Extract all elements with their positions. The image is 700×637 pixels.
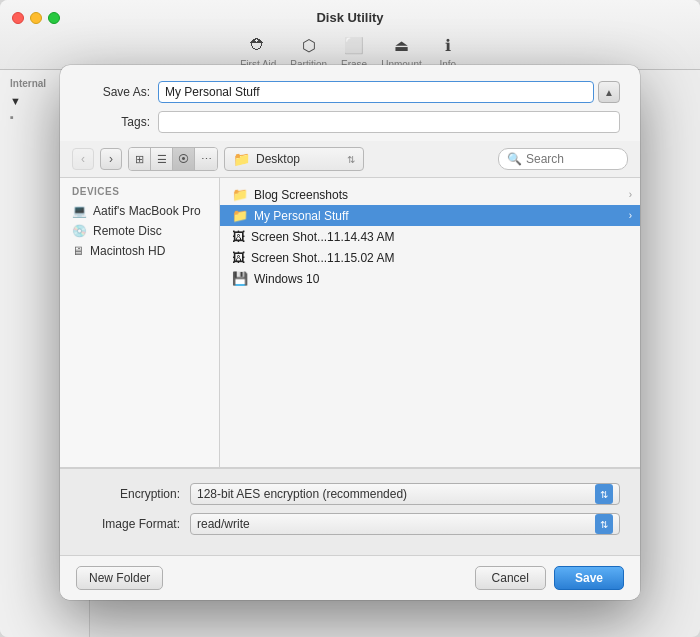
file-item-windows[interactable]: 💾 Windows 10 <box>220 268 640 289</box>
save-as-row: Save As: ▲ <box>80 81 620 103</box>
sidebar-item-macintosh[interactable]: 🖥 Macintosh HD <box>60 241 219 261</box>
view-buttons: ⊞ ☰ ⦿ ⋯ <box>128 147 218 171</box>
image-icon: 🖼 <box>232 250 245 265</box>
places-sidebar: Devices 💻 Aatif's MacBook Pro 💿 Remote D… <box>60 178 220 467</box>
icon-view-button[interactable]: ⊞ <box>129 148 151 170</box>
tags-input-container <box>158 111 620 133</box>
encryption-row: Encryption: 128-bit AES encryption (reco… <box>80 483 620 505</box>
save-as-input-container: ▲ <box>158 81 620 103</box>
window-title: Disk Utility <box>316 10 383 25</box>
location-selector[interactable]: 📁 Desktop ⇅ <box>224 147 364 171</box>
tags-label: Tags: <box>80 115 150 129</box>
forward-button[interactable]: › <box>100 148 122 170</box>
dialog-options: Encryption: 128-bit AES encryption (reco… <box>60 468 640 555</box>
encryption-dropdown-icon: ⇅ <box>595 484 613 504</box>
partition-icon: ⬡ <box>297 33 321 57</box>
navigation-bar: ‹ › ⊞ ☰ ⦿ ⋯ 📁 Desktop ⇅ 🔍 <box>60 141 640 178</box>
file-browser: Devices 💻 Aatif's MacBook Pro 💿 Remote D… <box>60 178 640 468</box>
encryption-select[interactable]: 128-bit AES encryption (recommended) ⇅ <box>190 483 620 505</box>
file-item-personal[interactable]: 📁 My Personal Stuff › <box>220 205 640 226</box>
location-name: Desktop <box>256 152 341 166</box>
save-button[interactable]: Save <box>554 566 624 590</box>
unmount-icon: ⏏ <box>389 33 413 57</box>
file-item-blog[interactable]: 📁 Blog Screenshots › <box>220 184 640 205</box>
location-chevron-icon: ⇅ <box>347 154 355 165</box>
disk-icon: 💾 <box>232 271 248 286</box>
new-folder-button[interactable]: New Folder <box>76 566 163 590</box>
expand-button[interactable]: ▲ <box>598 81 620 103</box>
tags-row: Tags: <box>80 111 620 133</box>
files-pane: 📁 Blog Screenshots › 📁 My Personal Stuff… <box>220 178 640 467</box>
back-button[interactable]: ‹ <box>72 148 94 170</box>
dialog-body: Save As: ▲ Tags: <box>60 65 640 133</box>
save-dialog: Save As: ▲ Tags: ‹ › ⊞ ☰ ⦿ ⋯ 📁 Desktop ⇅ <box>60 65 640 600</box>
close-button[interactable] <box>12 12 24 24</box>
file-item-shot1[interactable]: 🖼 Screen Shot...11.14.43 AM <box>220 226 640 247</box>
tags-input[interactable] <box>158 111 620 133</box>
minimize-button[interactable] <box>30 12 42 24</box>
first-aid-icon: ⛑ <box>246 33 270 57</box>
search-icon: 🔍 <box>507 152 522 166</box>
search-box[interactable]: 🔍 <box>498 148 628 170</box>
macintosh-hd-icon: 🖥 <box>72 244 84 258</box>
image-format-select[interactable]: read/write ⇅ <box>190 513 620 535</box>
remote-disc-icon: 💿 <box>72 224 87 238</box>
traffic-lights <box>12 12 60 24</box>
image-icon: 🖼 <box>232 229 245 244</box>
image-format-label: Image Format: <box>80 517 180 531</box>
chevron-right-icon: › <box>629 210 632 221</box>
save-as-input[interactable] <box>158 81 594 103</box>
encryption-label: Encryption: <box>80 487 180 501</box>
macbook-icon: 💻 <box>72 204 87 218</box>
erase-icon: ⬜ <box>342 33 366 57</box>
encryption-value: 128-bit AES encryption (recommended) <box>197 487 591 501</box>
sidebar-item-macbook[interactable]: 💻 Aatif's MacBook Pro <box>60 201 219 221</box>
sidebar-item-remote[interactable]: 💿 Remote Disc <box>60 221 219 241</box>
save-as-label: Save As: <box>80 85 150 99</box>
chevron-right-icon: › <box>629 189 632 200</box>
cancel-button[interactable]: Cancel <box>475 566 546 590</box>
image-format-dropdown-icon: ⇅ <box>595 514 613 534</box>
search-input[interactable] <box>526 152 619 166</box>
image-format-row: Image Format: read/write ⇅ <box>80 513 620 535</box>
dialog-footer: New Folder Cancel Save <box>60 555 640 600</box>
image-format-value: read/write <box>197 517 591 531</box>
folder-icon: 📁 <box>232 187 248 202</box>
gallery-view-button[interactable]: ⋯ <box>195 148 217 170</box>
maximize-button[interactable] <box>48 12 60 24</box>
info-icon: ℹ <box>436 33 460 57</box>
location-folder-icon: 📁 <box>233 151 250 167</box>
folder-icon: 📁 <box>232 208 248 223</box>
file-item-shot2[interactable]: 🖼 Screen Shot...11.15.02 AM <box>220 247 640 268</box>
list-view-button[interactable]: ☰ <box>151 148 173 170</box>
column-view-button[interactable]: ⦿ <box>173 148 195 170</box>
titlebar: Disk Utility ⛑ First Aid ⬡ Partition ⬜ E… <box>0 0 700 70</box>
